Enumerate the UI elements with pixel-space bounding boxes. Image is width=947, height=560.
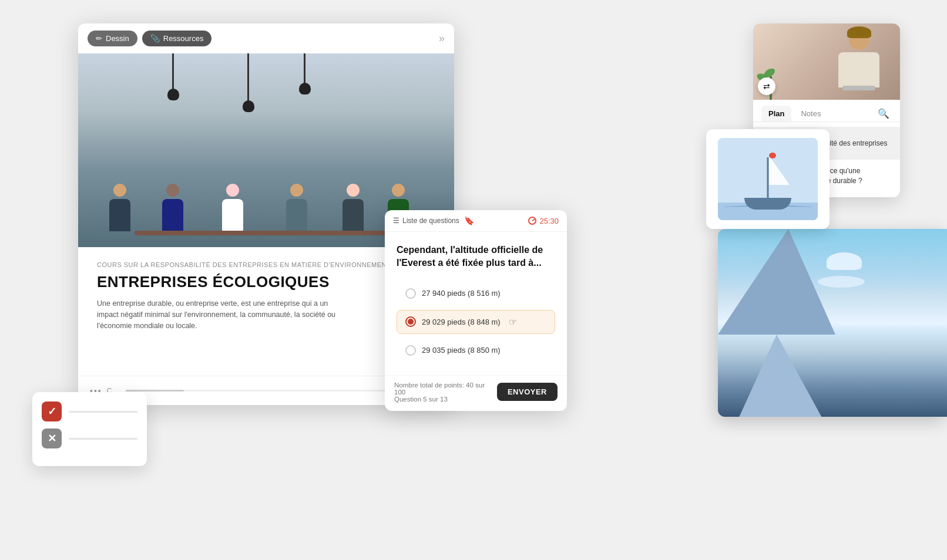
quiz-question-num: Question 5 sur 13 — [394, 396, 497, 403]
dessin-button[interactable]: ✏ Dessin — [88, 31, 137, 46]
boat-hull — [744, 198, 791, 210]
checkbox-row-x: ✕ — [42, 429, 137, 448]
quiz-score-text: Nombre total de points: 40 sur 100 — [394, 382, 497, 396]
dessin-label: Dessin — [106, 34, 129, 43]
lamp-3 — [304, 53, 305, 95]
radio-3[interactable] — [405, 345, 416, 356]
boat-illustration — [718, 138, 818, 220]
checkmark-icon: ✓ — [48, 405, 56, 418]
quiz-score-area: Nombre total de points: 40 sur 100 Quest… — [394, 382, 497, 403]
boat-sail — [769, 156, 790, 185]
quiz-footer: Nombre total de points: 40 sur 100 Quest… — [385, 375, 567, 411]
person-4 — [285, 184, 308, 231]
tab-plan[interactable]: Plan — [761, 106, 791, 122]
checkbox-line-1 — [69, 411, 137, 413]
footer-progress-bar — [126, 390, 415, 392]
person-3 — [221, 184, 244, 231]
quiz-option-text-2: 29 029 pieds (8 848 m) — [422, 318, 501, 326]
checkbox-x-box[interactable]: ✕ — [42, 429, 62, 448]
pencil-icon: ✏ — [96, 34, 102, 43]
quiz-list-label: Liste de questions — [402, 217, 459, 225]
footer-progress-fill — [126, 390, 184, 392]
cursor-icon: ☞ — [509, 316, 517, 328]
mountain-card — [718, 229, 947, 417]
quiz-question-text: Cependant, l'altitude officielle de l'Ev… — [397, 244, 555, 270]
checkbox-line-2 — [69, 438, 137, 440]
checkbox-row-check: ✓ — [42, 402, 137, 421]
meeting-table — [135, 231, 398, 235]
quiz-list-button[interactable]: ☰ Liste de questions — [393, 217, 459, 225]
snow-cap-2 — [818, 276, 865, 288]
x-icon: ✕ — [48, 432, 56, 445]
ressources-button[interactable]: 📎 Ressources — [142, 31, 212, 46]
quiz-bookmark-button[interactable]: 🔖 — [464, 216, 474, 225]
boat-flag — [769, 153, 776, 158]
nav-search-button[interactable]: 🔍 — [875, 106, 892, 122]
radio-1[interactable] — [405, 288, 416, 299]
quiz-panel: ☰ Liste de questions 🔖 25:30 Cependant, … — [385, 210, 567, 411]
quiz-timer: 25:30 — [528, 217, 559, 225]
lamp-2 — [247, 53, 249, 112]
ressources-label: Ressources — [163, 34, 204, 43]
mountain-peak-2 — [718, 335, 847, 417]
checkbox-check-box[interactable]: ✓ — [42, 402, 62, 421]
course-toolbar: ✏ Dessin 📎 Ressources » — [78, 23, 454, 53]
quiz-option-text-1: 27 940 pieds (8 516 m) — [422, 289, 501, 298]
woman-figure — [830, 29, 888, 100]
nav-tabs: Plan Notes 🔍 — [753, 100, 900, 122]
illustration-card — [706, 129, 830, 229]
list-icon: ☰ — [393, 217, 399, 225]
quiz-submit-button[interactable]: ENVOYER — [497, 383, 558, 401]
person-1 — [108, 184, 132, 231]
checkbox-card: ✓ ✕ — [32, 392, 147, 466]
person-5 — [341, 184, 365, 231]
nav-panel-video: ⇄ — [753, 23, 900, 100]
snow-cap-1 — [827, 252, 862, 270]
paperclip-icon: 📎 — [150, 34, 160, 43]
timer-icon — [528, 217, 536, 225]
radio-2[interactable] — [405, 316, 416, 327]
person-2 — [161, 184, 184, 231]
tab-notes[interactable]: Notes — [794, 106, 828, 122]
quiz-toolbar: ☰ Liste de questions 🔖 25:30 — [385, 210, 567, 232]
quiz-option-1[interactable]: 27 940 pieds (8 516 m) — [397, 282, 555, 305]
course-description: Une entreprise durable, ou entreprise ve… — [97, 298, 350, 331]
expand-button[interactable]: » — [439, 32, 445, 45]
quiz-option-2[interactable]: 29 029 pieds (8 848 m) ☞ — [397, 310, 555, 334]
quiz-option-text-3: 29 035 pieds (8 850 m) — [422, 346, 501, 355]
quiz-body: Cependant, l'altitude officielle de l'Ev… — [385, 232, 567, 375]
swap-view-button[interactable]: ⇄ — [758, 77, 775, 95]
quiz-option-3[interactable]: 29 035 pieds (8 850 m) — [397, 339, 555, 362]
quiz-timer-value: 25:30 — [539, 217, 559, 225]
lamp-1 — [172, 53, 174, 100]
mountain-image — [718, 229, 947, 417]
